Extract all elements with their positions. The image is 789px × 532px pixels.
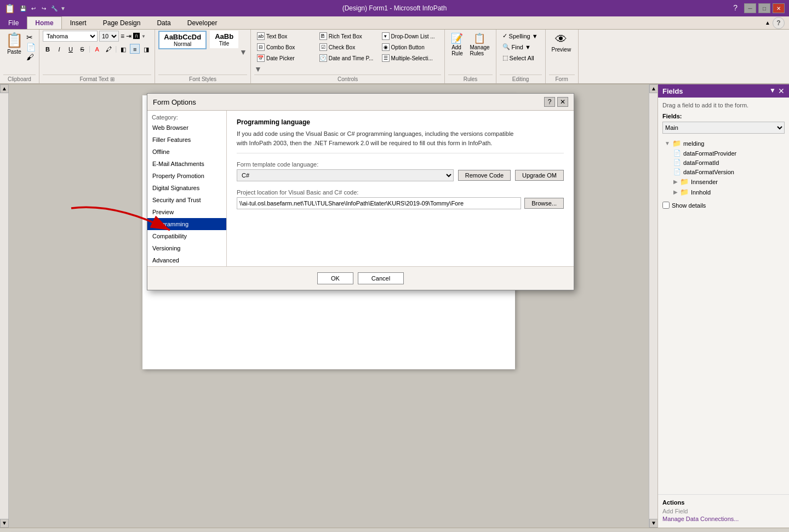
- restore-btn[interactable]: □: [758, 3, 770, 13]
- align-left-btn[interactable]: ◧: [118, 44, 128, 54]
- style-title-box[interactable]: AaBb Title: [210, 31, 238, 48]
- format-painter-icon[interactable]: 🖌: [26, 53, 36, 61]
- find-icon: 🔍: [502, 43, 510, 50]
- category-security[interactable]: Security and Trust: [147, 194, 226, 206]
- list-icon[interactable]: ≡: [121, 32, 124, 40]
- category-offline[interactable]: Offline: [147, 146, 226, 158]
- fields-content: Drag a field to add it to the form. Fiel…: [658, 98, 789, 494]
- highlight-btn[interactable]: 🖍: [104, 44, 113, 54]
- ok-button[interactable]: OK: [317, 272, 353, 284]
- scroll-up-btn[interactable]: ▲: [0, 84, 9, 93]
- tree-item-dfp[interactable]: 📄 dataFormatProvider: [671, 148, 785, 158]
- ribbon-collapse-icon[interactable]: ▲: [765, 20, 770, 26]
- manage-data-connections-link[interactable]: Manage Data Connections...: [662, 516, 785, 522]
- category-filler[interactable]: Filler Features: [147, 134, 226, 146]
- spelling-button[interactable]: ✓ Spelling ▼: [500, 31, 541, 41]
- clear-format-icon[interactable]: 🅰: [133, 32, 140, 40]
- check-box-btn[interactable]: ☑ Check Box: [317, 42, 379, 53]
- drop-down-btn[interactable]: ▾ Drop-Down List ...: [379, 31, 442, 42]
- copy-icon[interactable]: 📄: [26, 43, 36, 52]
- location-input[interactable]: [237, 197, 521, 209]
- remove-code-button[interactable]: Remove Code: [458, 170, 511, 181]
- tree-item-innhold[interactable]: ▶ 📁 Innhold: [671, 187, 785, 197]
- tab-spacer: [225, 16, 761, 29]
- category-versioning[interactable]: Versioning: [147, 242, 226, 254]
- tab-insert[interactable]: Insert: [62, 16, 95, 29]
- tab-file[interactable]: File: [0, 16, 27, 29]
- minimize-btn[interactable]: ─: [744, 3, 756, 13]
- fields-dropdown-icon[interactable]: ▼: [769, 87, 776, 95]
- strikethrough-button[interactable]: S: [77, 44, 87, 54]
- save-icon[interactable]: 💾: [19, 4, 27, 13]
- category-programming[interactable]: Programming: [147, 218, 226, 230]
- tree-item-dfi[interactable]: 📄 dataFormatId: [671, 158, 785, 167]
- font-selector[interactable]: Tahoma: [43, 31, 98, 42]
- scroll-left-btn[interactable]: ◀: [4, 530, 9, 533]
- italic-button[interactable]: I: [54, 44, 64, 54]
- browse-button[interactable]: Browse...: [524, 198, 564, 209]
- add-rule-button[interactable]: 📝 AddRule: [448, 31, 466, 58]
- redo-icon[interactable]: ↪: [39, 4, 48, 13]
- upgrade-om-button[interactable]: Upgrade OM: [515, 170, 564, 181]
- cut-icon[interactable]: ✂: [26, 33, 36, 42]
- category-property[interactable]: Property Promotion: [147, 170, 226, 182]
- rich-text-box-btn[interactable]: 🖹 Rich Text Box: [317, 31, 379, 42]
- style-normal-box[interactable]: AaBbCcDd Normal: [158, 31, 207, 49]
- tab-page-design[interactable]: Page Design: [95, 16, 149, 29]
- dialog-close-btn[interactable]: ✕: [557, 97, 568, 107]
- help-btn[interactable]: ?: [733, 3, 737, 13]
- find-button[interactable]: 🔍 Find ▼: [500, 42, 534, 52]
- fields-select[interactable]: Main: [662, 122, 785, 134]
- scroll-down-btn[interactable]: ▼: [0, 519, 9, 528]
- category-email[interactable]: E-Mail Attachments: [147, 158, 226, 170]
- align-right-btn[interactable]: ◨: [141, 44, 151, 54]
- close-btn[interactable]: ✕: [773, 3, 785, 13]
- undo-icon[interactable]: ↩: [29, 4, 38, 13]
- dialog-main: Programming language If you add code usi…: [227, 111, 574, 266]
- tab-developer[interactable]: Developer: [179, 16, 226, 29]
- format-dropdown[interactable]: ▼: [141, 34, 146, 39]
- lang-select[interactable]: C#: [237, 169, 454, 181]
- scroll-up-right-btn[interactable]: ▲: [649, 84, 658, 93]
- date-time-btn[interactable]: 🕐 Date and Time P...: [317, 53, 379, 64]
- category-digital[interactable]: Digital Signatures: [147, 182, 226, 194]
- ribbon-content: 📋 Paste ✂ 📄 🖌 Clipboard Tahoma: [0, 30, 789, 84]
- cancel-button[interactable]: Cancel: [358, 272, 404, 284]
- format-text-expand[interactable]: ⊞: [110, 76, 115, 82]
- tab-data[interactable]: Data: [148, 16, 179, 29]
- select-all-button[interactable]: ⬚ Select All: [500, 53, 537, 63]
- tree-item-dfv[interactable]: 📄 dataFormatVersion: [671, 167, 785, 176]
- fields-close-icon[interactable]: ✕: [778, 87, 785, 95]
- controls-dropdown[interactable]: ▼: [254, 65, 262, 73]
- category-advanced[interactable]: Advanced: [147, 254, 226, 266]
- underline-button[interactable]: U: [66, 44, 76, 54]
- show-details-checkbox[interactable]: [662, 202, 670, 209]
- date-picker-btn[interactable]: 📅 Date Picker: [254, 53, 317, 64]
- preview-button[interactable]: 👁 Preview: [549, 31, 574, 54]
- font-color-btn[interactable]: A: [92, 44, 102, 54]
- scroll-right-btn[interactable]: ▶: [780, 530, 785, 533]
- align-center-btn[interactable]: ≡: [130, 44, 140, 54]
- tree-item-root[interactable]: ▼ 📁 melding: [662, 138, 785, 148]
- combo-box-btn[interactable]: ⊟ Combo Box: [254, 42, 317, 53]
- indent-icon[interactable]: ⇥: [126, 32, 132, 40]
- lang-field-label: Form template code language:: [237, 161, 564, 168]
- tab-home[interactable]: Home: [27, 16, 61, 29]
- font-size-selector[interactable]: 10: [99, 31, 119, 42]
- debug-icon[interactable]: 🔧: [50, 4, 59, 13]
- bold-button[interactable]: B: [43, 44, 53, 54]
- category-preview[interactable]: Preview: [147, 206, 226, 218]
- multiple-select-btn[interactable]: ☰ Multiple-Selecti...: [379, 53, 442, 64]
- paste-button[interactable]: 📋 Paste: [3, 31, 25, 61]
- help-button[interactable]: ?: [773, 17, 785, 29]
- option-btn[interactable]: ◉ Option Button: [379, 42, 442, 53]
- category-compatibility[interactable]: Compatibility: [147, 230, 226, 242]
- manage-rules-button[interactable]: 📋 ManageRules: [467, 31, 492, 58]
- dialog-help-btn[interactable]: ?: [544, 97, 555, 107]
- text-box-btn[interactable]: ab Text Box: [254, 31, 317, 42]
- styles-dropdown[interactable]: ▼: [239, 48, 247, 56]
- category-web-browser[interactable]: Web Browser: [147, 122, 226, 134]
- tree-item-innsender[interactable]: ▶ 📁 Innsender: [671, 176, 785, 187]
- scroll-down-right-btn[interactable]: ▼: [649, 519, 658, 528]
- tree-label-innhold: Innhold: [691, 189, 711, 196]
